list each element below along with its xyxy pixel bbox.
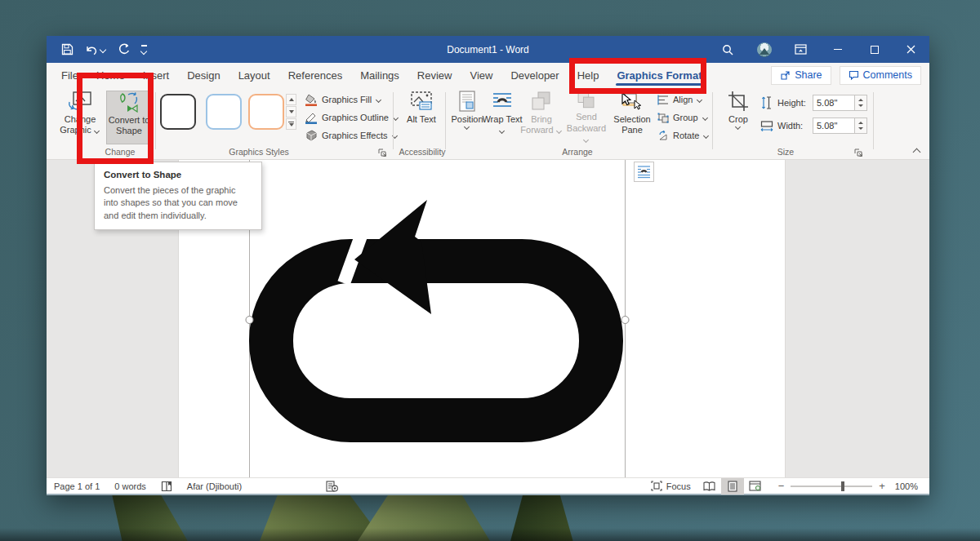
graphics-effects-icon [305, 130, 318, 142]
customize-qat-icon[interactable] [141, 45, 147, 53]
width-spinner[interactable] [855, 118, 867, 134]
comments-icon [849, 70, 859, 81]
quick-access-toolbar [47, 43, 147, 55]
group-icon [657, 113, 669, 123]
graphics-outline-button[interactable]: Graphics Outline [305, 109, 399, 126]
page-indicator[interactable]: Page 1 of 1 [47, 481, 107, 491]
change-graphic-button[interactable]: Change Graphic [56, 91, 105, 144]
proofing-book-icon[interactable] [154, 481, 180, 492]
chevron-down-icon [499, 129, 506, 133]
chevron-down-icon [94, 129, 100, 133]
graphics-style-swatch-1[interactable] [160, 94, 196, 130]
graphics-effects-button[interactable]: Graphics Effects [305, 127, 399, 144]
account-avatar[interactable] [746, 36, 782, 63]
position-icon [457, 91, 478, 112]
send-backward-icon [576, 91, 597, 109]
search-icon[interactable] [709, 36, 746, 63]
focus-button[interactable]: Focus [644, 481, 698, 491]
maximize-button[interactable] [856, 36, 893, 63]
close-button[interactable] [893, 36, 929, 63]
chevron-down-icon [376, 98, 382, 102]
ribbon: Change Graphic Convert to Shape Change G… [47, 87, 929, 160]
accessibility-checker-icon[interactable] [318, 481, 345, 492]
zoom-in-button[interactable]: + [879, 480, 885, 492]
size-dialog-launcher-icon[interactable] [853, 148, 863, 157]
collapse-ribbon-icon[interactable] [913, 148, 921, 154]
crop-icon [728, 91, 749, 112]
chevron-down-icon [464, 125, 470, 129]
rotate-button[interactable]: Rotate [657, 127, 710, 144]
tab-help[interactable]: Help [568, 63, 608, 87]
alt-text-button[interactable]: Alt Text [400, 91, 443, 144]
minimize-button[interactable] [819, 36, 856, 63]
height-field[interactable] [813, 95, 855, 111]
web-layout-button[interactable] [744, 478, 767, 494]
titlebar-controls [709, 36, 929, 63]
print-layout-button[interactable] [721, 478, 744, 494]
ribbon-display-options-icon[interactable] [782, 36, 819, 63]
tooltip-body: Convert the pieces of the graphic into s… [104, 184, 252, 222]
resize-handle-left[interactable] [246, 317, 253, 324]
change-graphic-icon [68, 91, 92, 112]
chevron-down-icon [735, 125, 742, 129]
group-label-graphics-styles: Graphics Styles [194, 147, 324, 157]
graphics-fill-button[interactable]: Graphics Fill [305, 91, 382, 108]
word-window: Document1 - Word File Home Insert Design… [47, 36, 929, 495]
tab-layout[interactable]: Layout [229, 63, 279, 87]
gallery-scroll-down-icon[interactable] [286, 106, 296, 118]
redo-button[interactable] [118, 43, 130, 55]
tab-graphics-format[interactable]: Graphics Format [608, 63, 710, 87]
tab-references[interactable]: References [279, 63, 351, 87]
undo-dropdown-icon[interactable] [100, 47, 106, 52]
avatar [757, 42, 772, 57]
mouse-cursor [621, 92, 634, 107]
group-label-size: Size [741, 147, 831, 157]
layout-options-button[interactable] [634, 162, 654, 182]
share-icon [780, 70, 791, 81]
word-count[interactable]: 0 words [107, 481, 154, 491]
zoom-slider-handle[interactable] [841, 481, 844, 491]
wrap-text-button[interactable]: Wrap Text [485, 91, 519, 144]
align-button[interactable]: Align [657, 91, 703, 108]
tab-view[interactable]: View [461, 63, 501, 87]
undo-button[interactable] [85, 44, 106, 55]
graphics-style-swatch-3[interactable] [248, 94, 284, 130]
resize-handle-right[interactable] [621, 317, 629, 324]
height-icon [760, 96, 773, 109]
save-icon[interactable] [61, 43, 74, 55]
tab-developer[interactable]: Developer [501, 63, 568, 87]
crop-button[interactable]: Crop [722, 91, 755, 144]
convert-to-shape-button[interactable]: Convert to Shape [106, 91, 152, 144]
tab-file[interactable]: File [52, 63, 87, 87]
comments-button[interactable]: Comments [840, 66, 921, 85]
width-field[interactable] [813, 118, 855, 134]
zoom-out-button[interactable]: − [778, 480, 785, 492]
tab-insert[interactable]: Insert [134, 63, 179, 87]
width-icon [760, 119, 773, 132]
chevron-down-icon [702, 116, 709, 120]
gallery-scroll-up-icon[interactable] [286, 94, 296, 105]
share-button[interactable]: Share [771, 66, 831, 85]
tooltip-title: Convert to Shape [104, 170, 252, 180]
zoom-slider[interactable] [791, 486, 872, 487]
title-bar: Document1 - Word [47, 36, 929, 63]
tab-review[interactable]: Review [408, 63, 461, 87]
ribbon-tab-bar: File Home Insert Design Layout Reference… [47, 63, 929, 87]
tab-home[interactable]: Home [87, 63, 134, 87]
plant-shadow [0, 528, 980, 541]
zoom-level[interactable]: 100% [885, 481, 929, 491]
gallery-more-icon[interactable] [286, 118, 296, 130]
graphics-style-swatch-2[interactable] [206, 94, 242, 130]
wrap-text-icon [492, 91, 513, 112]
tab-mailings[interactable]: Mailings [351, 63, 408, 87]
width-row: Width: [760, 118, 803, 134]
layout-options-icon [637, 165, 651, 179]
height-spinner[interactable] [855, 95, 867, 111]
group-label-arrange: Arrange [528, 147, 626, 157]
tab-design[interactable]: Design [178, 63, 229, 87]
language-indicator[interactable]: Afar (Djibouti) [180, 481, 249, 491]
group-button[interactable]: Group [657, 109, 709, 126]
group-label-accessibility: Accessibility [377, 147, 467, 157]
status-bar: Page 1 of 1 0 words Afar (Djibouti) Focu… [47, 477, 929, 495]
read-mode-button[interactable] [698, 478, 721, 494]
